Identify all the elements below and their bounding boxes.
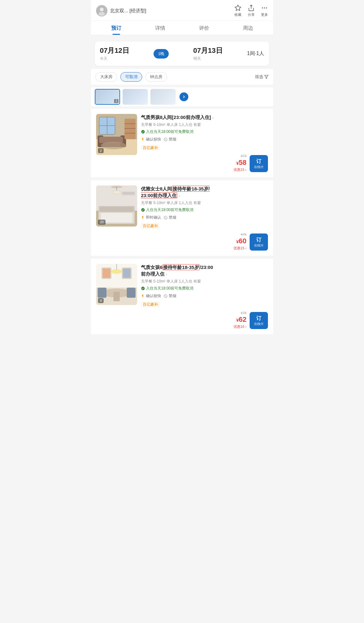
svg-rect-54 [103,269,110,278]
tab-nearby[interactable]: 周边 [226,21,270,35]
svg-rect-51 [127,288,136,298]
room-cancel-2: 入住当天18:00前可免费取消 [141,207,268,213]
price-current-3: ¥62 [236,315,246,324]
share-button[interactable]: 分享 [248,4,255,17]
room-footer-1: 百亿豪补 [141,145,268,151]
room-details-2: 优雅女士8人间接待年龄18-35岁/23:00前办理入住 › 无早餐 5-10m… [141,185,268,251]
filter-tag-big-bed[interactable]: 大床房 [95,72,117,82]
room-badge-3: 4 [98,298,104,303]
filter-bar: 大床房 可取消 钟点房 筛选 [91,69,273,85]
date-bar[interactable]: 07月12日 今天 1晚 07月13日 明天 1间·1人 [95,41,269,66]
room-guest-info[interactable]: 1间·1人 [247,50,264,57]
room-subsidy-2: 百亿豪补 [141,223,160,229]
room-details-3: 气质女孩6接待年龄18-35岁/23:00前办理入住 › 无早餐 5-10m² … [141,264,268,329]
price-area-3: ¥78 ¥62 优惠16 › [234,311,246,329]
price-original-3: ¥78 [241,311,246,315]
share-label: 分享 [248,12,255,17]
book-button-3[interactable]: 订 在线付 [250,312,268,329]
room-image-1[interactable]: 2 [96,114,137,155]
room-footer-3: 百亿豪补 [141,302,268,308]
tab-details[interactable]: 详情 [138,21,182,35]
collect-label: 收藏 [234,12,241,17]
svg-rect-20 [124,123,136,124]
room-card-2: 20 优雅女士8人间接待年龄18-35岁/23:00前办理入住 › 无早餐 5-… [91,180,273,256]
room-image-2[interactable]: 20 [96,185,137,227]
more-button[interactable]: 更多 [261,4,268,17]
book-button-1[interactable]: 订 在线付 [250,155,268,172]
tab-reviews[interactable]: 评价 [182,21,226,35]
room-strip-image-selected[interactable]: 2 [95,89,120,105]
svg-point-23 [101,142,126,149]
room-image-3[interactable]: 4 [96,264,137,305]
check-in-label: 今天 [100,56,129,61]
svg-rect-55 [123,269,130,278]
svg-rect-50 [98,288,106,298]
filter-label: 筛选 [255,74,263,80]
room-title-1: 气质男孩8人间[23:00前办理入住] › [141,114,268,121]
check-out-date-value: 07月13日 [193,46,223,55]
svg-point-6 [264,7,265,8]
room-details-1: 气质男孩8人间[23:00前办理入住] › 无早餐 5-10m² 单人床 1人入… [141,114,268,172]
room-cancel-3: 入住当天18:00前可免费取消 [141,286,268,291]
price-area-2: ¥75 ¥60 优惠15 › [234,233,246,251]
svg-rect-40 [122,192,135,195]
header-left: 北京双... [经济型] [96,5,146,16]
check-in-date-value: 07月12日 [100,46,129,55]
room-info-1: 无早餐 5-10m² 单人床 1人入住 有窗 [141,122,268,128]
room-tags-3: 确认较快 禁烟 [141,293,268,299]
strip-scroll-right[interactable] [179,92,188,101]
filter-button[interactable]: 筛选 [255,74,269,80]
check-out-label: 明天 [193,56,223,61]
header-actions: 收藏 分享 更多 [234,4,268,17]
more-label: 更多 [261,12,268,17]
price-current-1: ¥58 [236,159,246,167]
price-discount-3: 优惠16 › [234,324,246,329]
svg-rect-19 [124,119,136,139]
book-button-2[interactable]: 订 在线付 [250,234,268,251]
price-original-1: ¥73 [241,154,246,158]
price-discount-2: 优惠15 › [234,246,246,251]
room-tags-2: 即时确认 禁烟 [141,215,268,220]
svg-marker-3 [235,5,241,10]
room-strip-image-2[interactable] [123,89,148,105]
room-info-3: 无早餐 5-10m² 单人床 1人入住 有窗 [141,279,268,284]
room-subsidy-3: 百亿豪补 [141,302,160,308]
room-tags-1: 确认较快 禁烟 [141,137,268,142]
room-title-2: 优雅女士8人间接待年龄18-35岁/23:00前办理入住 › [141,185,268,199]
check-out-date: 07月13日 明天 [193,46,223,61]
svg-line-42 [164,216,167,219]
svg-point-2 [99,12,105,16]
room-subsidy-1: 百亿豪补 [141,145,160,150]
svg-point-31 [112,190,121,194]
svg-point-5 [262,7,263,8]
svg-rect-21 [124,128,136,129]
collect-button[interactable]: 收藏 [234,4,241,17]
avatar [96,5,107,16]
price-area-1: ¥73 ¥58 优惠15 › [234,154,246,172]
svg-point-7 [266,7,267,8]
filter-tag-hourly[interactable]: 钟点房 [145,72,167,82]
room-strip-image-3[interactable] [150,89,176,105]
header: 北京双... [经济型] 收藏 分享 更多 [91,0,273,21]
room-card-3: 4 气质女孩6接待年龄18-35岁/23:00前办理入住 › 无早餐 5-10m… [91,259,273,334]
svg-rect-22 [124,133,136,134]
room-badge-2: 20 [98,220,106,225]
filter-tag-cancelable[interactable]: 可取消 [120,72,142,82]
price-original-2: ¥75 [241,233,246,236]
hotel-title: 北京双... [经济型] [110,8,146,14]
price-current-2: ¥60 [236,237,246,245]
room-info-2: 无早餐 5-10m² 单人床 1人入住 有窗 [141,200,268,206]
svg-rect-34 [100,207,133,211]
nights-badge[interactable]: 1晚 [154,49,169,59]
room-badge-1: 2 [98,148,104,153]
price-discount-1: 优惠15 › [234,167,246,172]
svg-line-25 [164,138,167,140]
room-card-1: 2 气质男孩8人间[23:00前办理入住] › 无早餐 5-10m² 单人床 1… [91,109,273,177]
room-footer-2: 百亿豪补 [141,223,268,229]
svg-line-57 [164,295,167,297]
room-cancel-1: 入住当天18:00前可免费取消 [141,129,268,134]
svg-point-1 [100,8,104,11]
tab-booking[interactable]: 预订 [94,21,138,35]
svg-marker-8 [264,75,268,79]
svg-point-47 [112,269,122,274]
